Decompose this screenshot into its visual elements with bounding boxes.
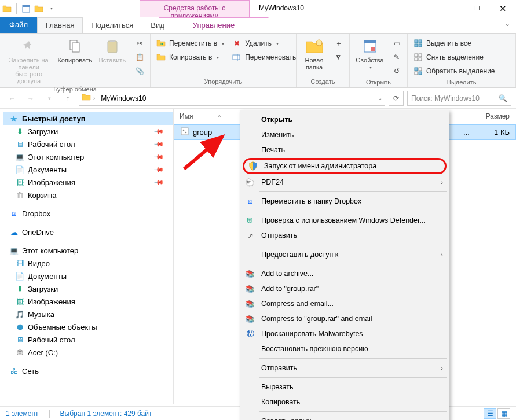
- ctx-add-archive[interactable]: 📚Add to archive...: [241, 266, 448, 281]
- open-sm1[interactable]: ▭: [390, 37, 404, 50]
- rename-button[interactable]: Переименовать: [230, 51, 298, 64]
- qat-properties-icon[interactable]: [21, 4, 31, 13]
- svg-point-25: [183, 130, 185, 131]
- nav-documents[interactable]: 📄 Документы📌: [3, 163, 173, 176]
- open-sm2[interactable]: ✎: [390, 51, 404, 64]
- select-all-button[interactable]: Выделить все: [411, 37, 497, 50]
- nav-3d[interactable]: ⬢ Объемные объекты: [3, 320, 173, 333]
- ctx-prev-versions[interactable]: Восстановить прежнюю версию: [241, 341, 448, 356]
- nav-pictures-label: Изображения: [28, 178, 75, 187]
- col-size[interactable]: Размер: [475, 109, 516, 124]
- ctx-run-admin[interactable]: Запуск от имени администратора: [244, 160, 445, 172]
- tab-manage[interactable]: Управление: [159, 17, 269, 32]
- clipboard-sm1[interactable]: ✂: [133, 37, 147, 50]
- breadcrumb[interactable]: MyWindows10: [97, 93, 149, 104]
- minimize-button[interactable]: ─: [438, 0, 464, 17]
- nav-desktop[interactable]: 🖥 Рабочий стол📌: [3, 138, 173, 150]
- copy-button[interactable]: Копировать: [57, 35, 92, 64]
- nav-downloads2[interactable]: ⬇ Загрузки: [3, 282, 173, 295]
- nav-network-label: Сеть: [22, 367, 39, 375]
- ctx-pdf24[interactable]: 🐑PDF24›: [241, 175, 448, 190]
- close-button[interactable]: ✕: [490, 0, 516, 17]
- navigation-pane[interactable]: ★ Быстрый доступ ⬇ Загрузки📌 🖥 Рабочий с…: [0, 109, 174, 404]
- delete-button[interactable]: ✖ Удалить▾: [230, 37, 298, 50]
- ctx-copy[interactable]: Копировать: [241, 395, 448, 410]
- easy-access-button[interactable]: ⛛: [332, 51, 346, 64]
- malwarebytes-icon: Ⓜ: [245, 329, 255, 339]
- ctx-shortcut[interactable]: Создать ярлык: [241, 414, 448, 420]
- nav-videos[interactable]: 🎞 Видео: [3, 257, 173, 270]
- nav-pictures[interactable]: 🖼 Изображения📌: [3, 176, 173, 189]
- open-group-label: Открыть: [353, 78, 404, 88]
- tab-file[interactable]: Файл: [0, 17, 37, 33]
- network-icon: 🖧: [9, 366, 19, 375]
- invert-icon: [413, 67, 423, 76]
- nav-thispc-quick[interactable]: 💻 Этот компьютер📌: [3, 150, 173, 163]
- nav-downloads[interactable]: ⬇ Загрузки📌: [3, 125, 173, 138]
- nav-desktop2[interactable]: 🖥 Рабочий стол: [3, 333, 173, 346]
- nav-onedrive[interactable]: ☁ OneDrive: [3, 226, 173, 238]
- nav-documents-label: Документы: [28, 165, 67, 174]
- svg-rect-20: [415, 68, 418, 71]
- view-icons-button[interactable]: ▦: [497, 408, 510, 419]
- nav-acer-c[interactable]: ⛃ Acer (C:): [3, 346, 173, 359]
- search-input[interactable]: Поиск: MyWindows10 🔍: [407, 91, 511, 106]
- ribbon-collapse-button[interactable]: ⌄: [499, 17, 516, 33]
- svg-rect-19: [419, 58, 422, 61]
- clipboard-sm2[interactable]: 📋: [133, 51, 147, 64]
- ctx-cut[interactable]: Вырезать: [241, 380, 448, 395]
- nav-pictures2[interactable]: 🖼 Изображения: [3, 295, 173, 308]
- svg-rect-24: [181, 128, 188, 135]
- music-icon: 🎵: [15, 310, 24, 319]
- maximize-button[interactable]: ☐: [464, 0, 490, 17]
- tab-home[interactable]: Главная: [37, 17, 83, 33]
- ctx-grant-access[interactable]: Предоставить доступ к›: [241, 247, 448, 262]
- paste-shortcut-icon: 📎: [135, 67, 144, 76]
- properties-button[interactable]: Свойства ▾: [353, 35, 386, 70]
- nav-up-button[interactable]: ↑: [60, 91, 75, 106]
- invert-selection-button[interactable]: Обратить выделение: [411, 65, 497, 78]
- ctx-compress-email[interactable]: 📚Compress and email...: [241, 296, 448, 311]
- nav-music[interactable]: 🎵 Музыка: [3, 308, 173, 320]
- nav-back-button[interactable]: ←: [5, 91, 20, 106]
- ctx-print[interactable]: Печать: [241, 142, 448, 157]
- ctx-malwarebytes[interactable]: ⓂПросканировать Malwarebytes: [241, 326, 448, 341]
- ctx-defender[interactable]: ⛨Проверка с использованием Windows Defen…: [241, 213, 448, 228]
- nav-quick-access[interactable]: ★ Быстрый доступ: [3, 112, 173, 125]
- ctx-edit[interactable]: Изменить: [241, 127, 448, 142]
- qat-dropdown-icon[interactable]: ▾: [47, 4, 56, 13]
- select-group-label: Выделить: [411, 78, 512, 88]
- nav-documents2[interactable]: 📄 Документы: [3, 270, 173, 282]
- new-folder-button[interactable]: Новая папка: [300, 35, 328, 71]
- open-sm3[interactable]: ↺: [390, 65, 404, 78]
- onedrive-icon: ☁: [9, 227, 19, 237]
- ctx-move-dropbox[interactable]: ⧈Переместить в папку Dropbox: [241, 194, 448, 209]
- nav-recycle[interactable]: 🗑 Корзина: [3, 189, 173, 201]
- clipboard-sm3[interactable]: 📎: [133, 65, 147, 78]
- nav-dropbox[interactable]: ⧈ Dropbox: [3, 207, 173, 220]
- new-item-button[interactable]: ＋: [332, 37, 346, 50]
- select-none-button[interactable]: Снять выделение: [411, 51, 497, 64]
- address-bar[interactable]: › MyWindows10 ⌄: [79, 91, 385, 106]
- ctx-compress-group-email[interactable]: 📚Compress to "group.rar" and email: [241, 311, 448, 326]
- nav-recent-button[interactable]: ▾: [42, 91, 57, 106]
- ctx-open[interactable]: Открыть: [241, 112, 448, 127]
- nav-forward-button[interactable]: →: [23, 91, 38, 106]
- nav-network[interactable]: 🖧 Сеть: [3, 364, 173, 377]
- paste-button[interactable]: Вставить: [96, 35, 129, 64]
- refresh-button[interactable]: ⟳: [389, 91, 404, 106]
- addr-dropdown-icon[interactable]: ⌄: [378, 95, 382, 101]
- move-to-button[interactable]: Переместить в▾: [154, 37, 226, 50]
- defender-icon: ⛨: [245, 215, 255, 226]
- pin-quick-access-button[interactable]: Закрепить на панели быстрого доступа: [3, 35, 54, 84]
- open-icon: ▭: [392, 39, 401, 48]
- qat-newfolder-icon[interactable]: [34, 4, 43, 13]
- view-details-button[interactable]: ☰: [484, 408, 496, 419]
- nav-this-pc[interactable]: 💻 Этот компьютер: [3, 244, 173, 257]
- ctx-send-to[interactable]: Отправить›: [241, 360, 448, 375]
- tab-share[interactable]: Поделиться: [83, 17, 142, 33]
- copy-to-button[interactable]: Копировать в▾: [154, 51, 226, 64]
- status-count: 1 элемент: [6, 410, 39, 418]
- ctx-share[interactable]: ↗Отправить: [241, 228, 448, 243]
- ctx-add-group-rar[interactable]: 📚Add to "group.rar": [241, 281, 448, 296]
